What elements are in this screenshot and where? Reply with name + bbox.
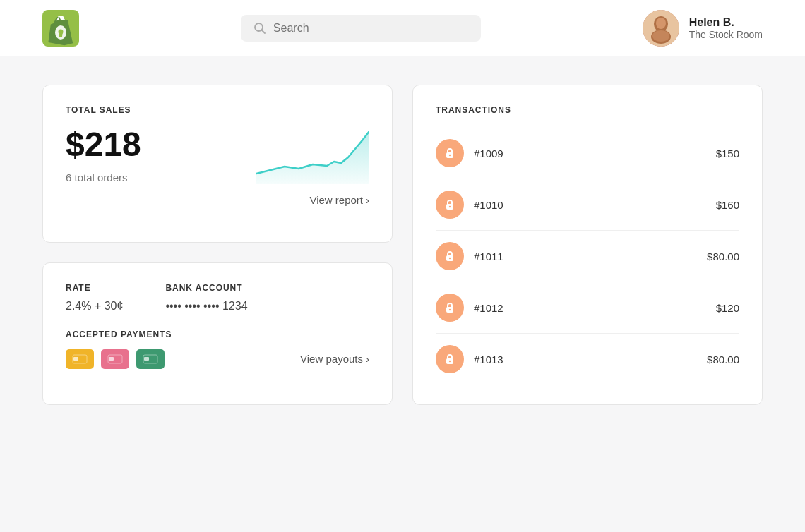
search-bar[interactable] <box>241 15 481 42</box>
svg-rect-23 <box>109 357 114 361</box>
avatar <box>643 10 679 47</box>
sales-amount: $218 <box>66 128 141 162</box>
svg-line-5 <box>261 30 265 34</box>
transaction-item: #1011 $80.00 <box>436 231 739 282</box>
transaction-id: #1010 <box>474 199 706 211</box>
transaction-amount: $120 <box>716 302 739 314</box>
transaction-amount: $80.00 <box>707 250 739 262</box>
user-store: The Stock Room <box>689 29 763 40</box>
logo-area <box>42 10 79 47</box>
user-area: Helen B. The Stock Room <box>643 10 763 47</box>
transaction-id: #1009 <box>474 147 706 159</box>
bank-value: •••• •••• •••• 1234 <box>165 300 247 313</box>
view-payouts-link[interactable]: View payouts › <box>300 353 369 365</box>
avatar-image <box>643 10 679 47</box>
rate-bank-row: RATE 2.4% + 30¢ BANK ACCOUNT •••• •••• •… <box>66 283 369 313</box>
accepted-payments-label: ACCEPTED PAYMENTS <box>66 330 369 339</box>
svg-point-12 <box>449 155 451 156</box>
transaction-item: #1009 $150 <box>436 128 739 179</box>
lock-icon-circle <box>436 191 464 219</box>
svg-point-10 <box>652 30 669 42</box>
transaction-item: #1012 $120 <box>436 282 739 334</box>
sales-body: $218 6 total orders <box>66 128 369 206</box>
lock-icon <box>443 250 456 262</box>
sales-chart <box>256 128 369 184</box>
user-info: Helen B. The Stock Room <box>689 16 763 40</box>
lock-icon <box>443 147 456 159</box>
view-report-label: View report <box>309 194 363 206</box>
svg-point-9 <box>656 18 666 29</box>
transactions-list: #1009 $150 #1010 $160 #1011 $8 <box>436 128 739 385</box>
main-content: TOTAL SALES $218 6 total orders <box>0 56 805 433</box>
lock-icon-circle <box>436 345 464 373</box>
transaction-id: #1012 <box>474 302 706 314</box>
lock-icon <box>443 301 456 314</box>
transaction-item: #1013 $80.00 <box>436 334 739 385</box>
visa-card-icon <box>66 349 94 369</box>
svg-point-20 <box>449 361 451 362</box>
transaction-amount: $160 <box>716 199 739 211</box>
credit-card-chip-icon <box>72 354 88 364</box>
shopify-logo-icon <box>42 10 79 47</box>
view-report-arrow-icon: › <box>366 194 369 206</box>
user-name: Helen B. <box>689 16 763 29</box>
rate-label: RATE <box>66 283 123 293</box>
sales-right: View report › <box>256 128 369 206</box>
bank-section: BANK ACCOUNT •••• •••• •••• 1234 <box>165 283 247 313</box>
bank-label: BANK ACCOUNT <box>165 283 247 293</box>
payment-cards-icons <box>66 349 165 369</box>
svg-rect-21 <box>73 357 78 361</box>
lock-icon-circle <box>436 294 464 322</box>
svg-point-16 <box>449 258 451 259</box>
total-sales-label: TOTAL SALES <box>66 105 369 115</box>
sales-orders: 6 total orders <box>66 171 141 183</box>
transaction-amount: $150 <box>716 147 739 159</box>
search-icon <box>254 22 266 35</box>
transactions-card: TRANSACTIONS #1009 $150 #1010 $ <box>412 85 763 405</box>
view-payouts-label: View payouts <box>300 353 363 365</box>
lock-icon-circle <box>436 139 464 167</box>
transaction-item: #1010 $160 <box>436 179 739 231</box>
svg-point-18 <box>449 309 451 310</box>
transactions-label: TRANSACTIONS <box>436 105 739 115</box>
view-report-link[interactable]: View report › <box>309 194 369 206</box>
svg-point-14 <box>449 206 451 207</box>
header: Helen B. The Stock Room <box>0 0 805 56</box>
transaction-id: #1011 <box>474 250 697 262</box>
sales-left: $218 6 total orders <box>66 128 141 183</box>
view-payouts-arrow-icon: › <box>366 353 369 365</box>
rate-section: RATE 2.4% + 30¢ <box>66 283 123 313</box>
credit-card-chip-icon-3 <box>143 354 158 364</box>
transaction-amount: $80.00 <box>707 353 739 365</box>
transaction-id: #1013 <box>474 353 697 365</box>
mastercard-card-icon <box>101 349 129 369</box>
lock-icon <box>443 198 456 211</box>
lock-icon <box>443 353 456 365</box>
credit-card-chip-icon-2 <box>107 354 123 364</box>
accepted-payments-row: View payouts › <box>66 349 369 369</box>
search-input[interactable] <box>273 22 468 35</box>
lock-icon-circle <box>436 242 464 270</box>
svg-rect-25 <box>144 357 149 361</box>
total-sales-card: TOTAL SALES $218 6 total orders <box>42 85 393 243</box>
rate-bank-card: RATE 2.4% + 30¢ BANK ACCOUNT •••• •••• •… <box>42 262 393 406</box>
rate-value: 2.4% + 30¢ <box>66 300 123 313</box>
amex-card-icon <box>136 349 165 369</box>
